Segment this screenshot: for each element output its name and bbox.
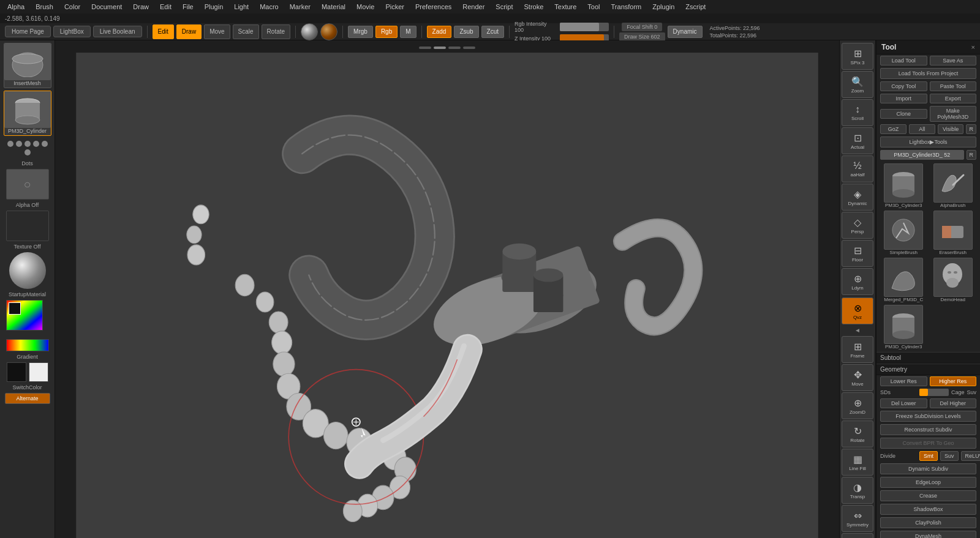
actual-button[interactable]: ⊡ Actual (842, 127, 873, 154)
import-button[interactable]: Import (880, 94, 927, 103)
line-fill-button[interactable]: ▦ Line Fill (842, 449, 873, 476)
convert-bpr-button[interactable]: Convert BPR To Geo (880, 438, 976, 449)
higher-res-button[interactable]: Higher Res (930, 376, 977, 386)
all-button[interactable]: All (909, 124, 935, 134)
goz-button[interactable]: GoZ (880, 124, 907, 134)
suv2-button[interactable]: Suv (940, 451, 959, 461)
tool-close-button[interactable]: × (971, 43, 975, 51)
zoomd-button[interactable]: ⊕ ZoomD (842, 392, 873, 419)
dynamic-button[interactable]: Dynamic (668, 26, 703, 38)
sds-slider[interactable] (919, 389, 949, 396)
menu-document[interactable]: Document (86, 2, 127, 12)
white-swatch[interactable] (29, 362, 48, 382)
menu-zplugin[interactable]: Zplugin (647, 2, 679, 12)
clay-polish-button[interactable]: ClayPolish (880, 517, 976, 528)
subtool-section[interactable]: Subtool (876, 352, 980, 364)
make-polymesh-button[interactable]: Make PolyMesh3D (930, 106, 977, 122)
live-boolean-button[interactable]: Live Boolean (93, 26, 142, 37)
export-button[interactable]: Export (930, 94, 977, 103)
lightbox-tools-button[interactable]: Lightbox▶Tools (880, 136, 976, 148)
menu-zscript[interactable]: Zscript (680, 2, 710, 12)
pm3d-cylinder3d-label[interactable]: PM3D_Cylinder3D_ 52 (880, 150, 964, 160)
ldym-button[interactable]: ⊕ Ldym (842, 268, 873, 295)
thumb-eraser-brush[interactable]: EraserBrush (930, 211, 977, 255)
draw-size-control[interactable]: Draw Size 602 (619, 32, 665, 41)
material-preview[interactable] (9, 252, 46, 289)
menu-file[interactable]: File (178, 2, 198, 12)
lightbox-button[interactable]: LightBox (53, 26, 91, 37)
pm3d-cylinder-thumb[interactable]: PM3D_Cylinder (4, 91, 51, 136)
paste-tool-button[interactable]: Paste Tool (930, 81, 977, 91)
del-lower-button[interactable]: Del Lower (880, 398, 927, 408)
rgb-button[interactable]: Rgb (375, 26, 398, 38)
transp-button[interactable]: ◑ Transp (842, 477, 873, 504)
frame-button[interactable]: ⊞ Frame (842, 336, 873, 363)
menu-preferences[interactable]: Preferences (410, 2, 456, 12)
menu-picker[interactable]: Picker (380, 2, 409, 12)
menu-tool[interactable]: Tool (582, 2, 605, 12)
dynamic-subdiv-button[interactable]: Dynamic Subdiv (880, 463, 976, 474)
menu-edit[interactable]: Edit (155, 2, 176, 12)
menu-transform[interactable]: Transform (606, 2, 647, 12)
scroll-button[interactable]: ↕ Scroll (842, 99, 873, 126)
menu-alpha[interactable]: Alpha (2, 2, 29, 12)
crease-button[interactable]: Crease (880, 490, 976, 501)
mrgb-button[interactable]: Mrgb (348, 26, 373, 38)
spix-button[interactable]: ⊞ SPix 3 (842, 43, 873, 70)
thumb-pm3d-cylinder3[interactable]: PM3D_Cylinder3 (880, 163, 927, 208)
menu-texture[interactable]: Texture (549, 2, 581, 12)
load-from-project-button[interactable]: Load Tools From Project (880, 68, 976, 79)
clone-button[interactable]: Clone (880, 109, 927, 119)
render-sphere[interactable] (320, 23, 337, 40)
menu-stroke[interactable]: Stroke (519, 2, 548, 12)
menu-plugin[interactable]: Plugin (200, 2, 228, 12)
shadowbox-button[interactable]: ShadowBox (880, 504, 976, 515)
move-button[interactable]: Move (204, 24, 230, 39)
edgeloop-button[interactable]: EdgeLoop (880, 477, 976, 488)
insert-mesh-thumb[interactable]: InsertMesh (4, 43, 51, 88)
scale-button[interactable]: Scale (233, 24, 259, 39)
thumb-simple-brush[interactable]: SimpleBrush (880, 211, 927, 255)
rgb-intensity-slider[interactable]: Rgb Intensity 100 (514, 21, 609, 33)
dynamic2-button[interactable]: ◈ Dynamic (842, 184, 873, 211)
focal-shift-control[interactable]: Focal Shift 0 (622, 23, 662, 31)
aahalf-button[interactable]: ½ aaHalf (842, 155, 873, 182)
gradient-preview[interactable] (6, 339, 49, 351)
menu-light[interactable]: Light (229, 2, 254, 12)
zoom-button[interactable]: 🔍 Zoom (842, 71, 873, 98)
menu-render[interactable]: Render (458, 2, 489, 12)
menu-macro[interactable]: Macro (255, 2, 284, 12)
zsub-button[interactable]: Zsub (454, 26, 478, 38)
move2-button[interactable]: ✥ Move (842, 364, 873, 391)
save-as-button[interactable]: Save As (930, 56, 977, 65)
thumb-alpha-brush[interactable]: AlphaBrush (930, 163, 977, 208)
symmetry-button[interactable]: ⇔ Symmetry (842, 505, 873, 532)
thumb-demo-head[interactable]: DemoHead (930, 258, 977, 302)
menu-color[interactable]: Color (59, 2, 85, 12)
fg-color[interactable] (9, 302, 21, 315)
alternate-button[interactable]: Alternate (5, 393, 50, 404)
r2-button[interactable]: R (967, 150, 977, 160)
draw-button[interactable]: Draw (176, 24, 202, 39)
reconstruct-subdiv-button[interactable]: Reconstruct Subdiv (880, 424, 976, 435)
menu-movie[interactable]: Movie (352, 2, 379, 12)
m-button[interactable]: M (400, 26, 416, 38)
zadd-button[interactable]: Zadd (427, 26, 452, 38)
qvz-button[interactable]: ⊗ Qvz (842, 297, 873, 324)
dyna-mesh-button[interactable]: DynaMesh (880, 531, 976, 538)
load-tool-button[interactable]: Load Tool (880, 56, 927, 65)
material-sphere[interactable] (301, 23, 318, 40)
floor-button[interactable]: ⊟ Floor (842, 240, 873, 267)
viewport[interactable] (55, 40, 839, 538)
persp-button[interactable]: ◇ Persp (842, 212, 873, 239)
menu-marker[interactable]: Marker (285, 2, 315, 12)
copy-tool-button[interactable]: Copy Tool (880, 81, 927, 91)
reluv-button[interactable]: ReLUV (961, 451, 980, 461)
zcut-button[interactable]: Zcut (481, 26, 504, 38)
home-page-button[interactable]: Home Page (5, 26, 51, 37)
edit-button[interactable]: Edit (153, 24, 174, 39)
visible-button[interactable]: Visible (938, 124, 964, 134)
menu-material[interactable]: Material (317, 2, 350, 12)
solo-button[interactable]: ◎ Solo (842, 533, 873, 538)
r-button[interactable]: R (966, 124, 976, 134)
